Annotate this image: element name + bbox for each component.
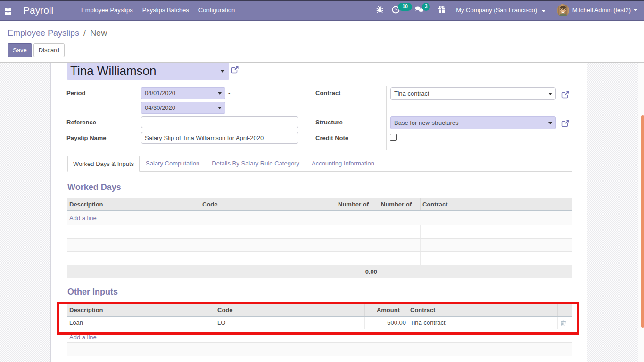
worked-days-header-row: Description Code Number of ... Number of… xyxy=(67,198,572,211)
col-actions xyxy=(558,198,572,210)
company-name: My Company (San Francisco) xyxy=(456,7,537,14)
payslip-name-label: Payslip Name xyxy=(66,134,107,141)
contract-caret-icon[interactable] xyxy=(548,93,552,95)
activities-badge: 10 xyxy=(398,3,412,11)
structure-value: Base for new structures xyxy=(394,117,459,129)
top-navbar: Payroll Employee Payslips Payslips Batch… xyxy=(0,0,644,21)
tab-details-by-salary-rule-category[interactable]: Details By Salary Rule Category xyxy=(206,156,305,171)
col-description[interactable]: Description xyxy=(67,304,215,316)
contract-input[interactable]: Tina contract xyxy=(390,87,556,100)
structure-label: Structure xyxy=(315,119,343,126)
tab-salary-computation[interactable]: Salary Computation xyxy=(140,156,206,171)
activities-clock-icon[interactable]: 10 xyxy=(392,6,400,15)
col-contract[interactable]: Contract xyxy=(421,198,558,210)
cell-contract[interactable]: Tina contract xyxy=(408,317,558,329)
top-dark-strip xyxy=(0,0,644,1)
contract-external-link-icon[interactable] xyxy=(561,90,570,99)
cell-code[interactable]: LO xyxy=(215,317,365,329)
col-code[interactable]: Code xyxy=(200,198,336,210)
period-to-input[interactable]: 04/30/2020 xyxy=(141,102,225,114)
worked-days-add-line-row: Add a line xyxy=(67,211,572,225)
scrollbar-thumb[interactable] xyxy=(641,115,644,328)
messages-chat-icon[interactable]: 3 xyxy=(415,6,424,15)
user-name: Mitchell Admin (test2) xyxy=(572,7,631,14)
worked-days-add-line[interactable]: Add a line xyxy=(67,211,99,225)
breadcrumb-link[interactable]: Employee Payslips xyxy=(8,28,79,38)
cell-description[interactable]: Loan xyxy=(67,317,215,329)
discard-button[interactable]: Discard xyxy=(33,43,65,57)
credit-note-label: Credit Note xyxy=(315,134,348,141)
employee-caret-icon[interactable] xyxy=(220,70,225,73)
reference-label: Reference xyxy=(66,119,96,126)
apps-menu-icon[interactable] xyxy=(5,8,11,15)
contract-label: Contract xyxy=(315,90,340,97)
other-inputs-add-line[interactable]: Add a line xyxy=(67,329,99,342)
period-from-value: 04/01/2020 xyxy=(145,88,175,99)
period-to-caret-icon[interactable] xyxy=(218,107,222,109)
other-inputs-table: Description Code Amount Contract Loan LO… xyxy=(67,304,572,356)
col-code[interactable]: Code xyxy=(215,304,365,316)
menu-payslips-batches[interactable]: Payslips Batches xyxy=(138,0,194,20)
menu-configuration[interactable]: Configuration xyxy=(194,0,239,20)
breadcrumb: Employee Payslips / New xyxy=(8,28,107,38)
top-menus: Employee Payslips Payslips Batches Confi… xyxy=(76,0,239,20)
other-inputs-empty-row xyxy=(67,343,572,356)
period-label: Period xyxy=(66,90,85,97)
worked-days-empty-row xyxy=(67,225,572,239)
col-number-of-days[interactable]: Number of ... xyxy=(336,198,379,210)
structure-input[interactable]: Base for new structures xyxy=(390,116,556,129)
period-to-value: 04/30/2020 xyxy=(145,102,175,113)
worked-days-total: 0.00 xyxy=(336,265,379,278)
notebook-tabs: Worked Days & Inputs Salary Computation … xyxy=(67,156,572,172)
delete-row-icon[interactable] xyxy=(561,320,566,328)
save-button[interactable]: Save xyxy=(8,43,32,57)
col-amount[interactable]: Amount xyxy=(365,304,408,316)
systray: 10 3 My Company (San Francisc xyxy=(376,0,644,20)
tab-accounting-information[interactable]: Accounting Information xyxy=(305,156,380,171)
debug-bug-icon[interactable] xyxy=(376,6,383,15)
worked-days-empty-row xyxy=(67,252,572,265)
cell-amount[interactable]: 600.00 xyxy=(365,317,408,329)
breadcrumb-separator: / xyxy=(82,28,88,38)
col-description[interactable]: Description xyxy=(67,198,200,210)
tab-worked-days-inputs[interactable]: Worked Days & Inputs xyxy=(67,156,140,172)
right-group-separator xyxy=(386,86,387,150)
col-contract[interactable]: Contract xyxy=(408,304,558,316)
period-from-caret-icon[interactable] xyxy=(218,92,222,95)
form-view: Tina Williamson Period 04/01/2020 - 04/3… xyxy=(0,63,644,362)
col-number-of-hours[interactable]: Number of ... xyxy=(379,198,421,210)
menu-employee-payslips[interactable]: Employee Payslips xyxy=(76,0,138,20)
app-name[interactable]: Payroll xyxy=(23,0,53,20)
form-sheet: Tina Williamson Period 04/01/2020 - 04/3… xyxy=(50,63,587,362)
other-inputs-header-row: Description Code Amount Contract xyxy=(67,304,572,317)
messages-badge: 3 xyxy=(422,3,430,11)
other-inputs-title: Other Inputs xyxy=(67,287,118,297)
company-switcher[interactable]: My Company (San Francisco) xyxy=(456,7,545,14)
period-separator: - xyxy=(228,90,230,97)
structure-external-link-icon[interactable] xyxy=(561,119,570,127)
worked-days-table: Description Code Number of ... Number of… xyxy=(67,198,572,278)
credit-note-checkbox[interactable] xyxy=(390,134,397,141)
worked-days-empty-row xyxy=(67,239,572,252)
avatar xyxy=(557,4,569,16)
payslip-name-input[interactable]: Salary Slip of Tina Williamson for April… xyxy=(141,132,298,144)
worked-days-footer-row: 0.00 xyxy=(67,265,572,278)
contract-value: Tina contract xyxy=(394,88,429,99)
left-group-separator xyxy=(139,86,139,150)
worked-days-title: Worked Days xyxy=(67,182,121,192)
other-inputs-row-loan[interactable]: Loan LO 600.00 Tina contract xyxy=(67,317,572,329)
payslip-name-value: Salary Slip of Tina Williamson for April… xyxy=(145,132,264,143)
period-from-input[interactable]: 04/01/2020 xyxy=(141,87,225,99)
user-menu[interactable]: Mitchell Admin (test2) xyxy=(557,4,637,16)
cell-actions xyxy=(558,317,572,329)
employee-external-link-icon[interactable] xyxy=(231,66,239,74)
col-actions xyxy=(558,304,572,316)
structure-caret-icon[interactable] xyxy=(548,122,552,124)
other-inputs-add-line-row: Add a line xyxy=(67,329,572,343)
reference-input[interactable] xyxy=(141,116,298,128)
gift-icon[interactable] xyxy=(438,6,446,15)
employee-field[interactable]: Tina Williamson xyxy=(67,63,229,80)
company-caret-icon xyxy=(542,10,545,12)
breadcrumb-current: New xyxy=(90,28,107,38)
employee-name: Tina Williamson xyxy=(70,63,157,79)
